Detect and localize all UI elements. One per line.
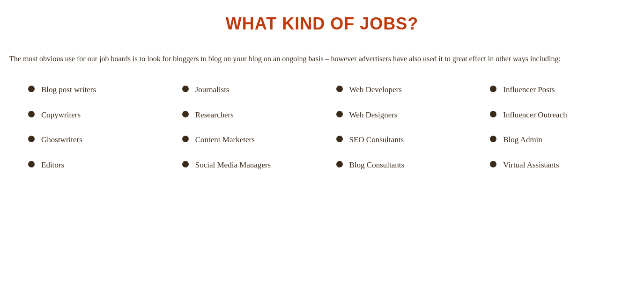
job-columns: Blog post writersCopywritersGhostwriters… <box>9 84 635 184</box>
list-item-label: Blog post writers <box>41 84 163 96</box>
bullet-icon <box>28 86 35 92</box>
list-item-label: Content Marketers <box>195 134 318 146</box>
list-item: Ghostwriters <box>28 134 163 146</box>
job-column-2: JournalistsResearchersContent MarketersS… <box>173 84 327 184</box>
list-item-label: SEO Consultants <box>349 134 472 146</box>
job-column-3: Web DevelopersWeb DesignersSEO Consultan… <box>327 84 481 184</box>
list-item-label: Editors <box>41 159 163 171</box>
bullet-icon <box>490 86 496 92</box>
list-item: Social Media Managers <box>182 159 318 171</box>
page-title: WHAT KIND OF JOBS? <box>9 14 635 34</box>
list-item: Researchers <box>182 109 318 121</box>
list-item-label: Influencer Outreach <box>503 109 625 121</box>
list-item: Blog post writers <box>28 84 163 96</box>
bullet-icon <box>336 161 343 167</box>
job-list-2: JournalistsResearchersContent MarketersS… <box>182 84 318 171</box>
list-item-label: Journalists <box>195 84 318 96</box>
list-item: Editors <box>28 159 163 171</box>
list-item: Content Marketers <box>182 134 318 146</box>
list-item: Web Developers <box>336 84 472 96</box>
list-item: Journalists <box>182 84 318 96</box>
list-item-label: Blog Admin <box>503 134 625 146</box>
list-item-label: Ghostwriters <box>41 134 163 146</box>
bullet-icon <box>336 136 343 142</box>
list-item-label: Influencer Posts <box>503 84 625 96</box>
job-list-1: Blog post writersCopywritersGhostwriters… <box>28 84 163 171</box>
list-item: Web Designers <box>336 109 472 121</box>
bullet-icon <box>28 161 35 167</box>
bullet-icon <box>490 111 496 117</box>
bullet-icon <box>182 86 189 92</box>
bullet-icon <box>28 136 35 142</box>
list-item-label: Virtual Assistants <box>503 159 625 171</box>
list-item: Blog Admin <box>490 134 625 146</box>
bullet-icon <box>490 136 496 142</box>
list-item-label: Researchers <box>195 109 318 121</box>
bullet-icon <box>182 161 189 167</box>
bullet-icon <box>182 136 189 142</box>
list-item-label: Web Designers <box>349 109 472 121</box>
bullet-icon <box>490 161 496 167</box>
job-list-4: Influencer PostsInfluencer OutreachBlog … <box>490 84 625 171</box>
list-item: Influencer Outreach <box>490 109 625 121</box>
list-item: Influencer Posts <box>490 84 625 96</box>
list-item-label: Social Media Managers <box>195 159 318 171</box>
list-item-label: Copywriters <box>41 109 163 121</box>
list-item: Virtual Assistants <box>490 159 625 171</box>
job-column-1: Blog post writersCopywritersGhostwriters… <box>19 84 173 184</box>
intro-paragraph: The most obvious use for our job boards … <box>9 52 635 65</box>
bullet-icon <box>182 111 189 117</box>
list-item-label: Blog Consultants <box>349 159 472 171</box>
bullet-icon <box>28 111 35 117</box>
list-item-label: Web Developers <box>349 84 472 96</box>
list-item: Copywriters <box>28 109 163 121</box>
job-list-3: Web DevelopersWeb DesignersSEO Consultan… <box>336 84 472 171</box>
bullet-icon <box>336 86 343 92</box>
bullet-icon <box>336 111 343 117</box>
list-item: SEO Consultants <box>336 134 472 146</box>
job-column-4: Influencer PostsInfluencer OutreachBlog … <box>481 84 635 184</box>
list-item: Blog Consultants <box>336 159 472 171</box>
